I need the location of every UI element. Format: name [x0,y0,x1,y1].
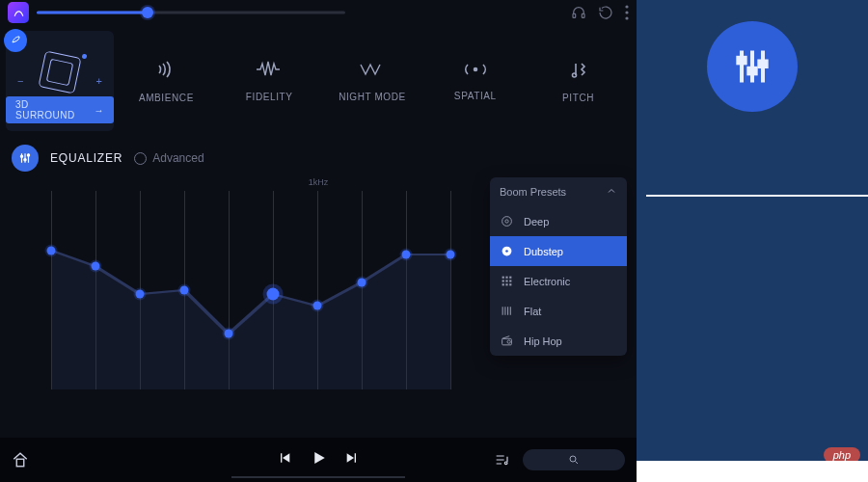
eq-handle[interactable] [313,302,322,310]
progress-track[interactable] [231,476,405,478]
eq-handle[interactable] [136,290,145,299]
search-icon [568,454,580,466]
preset-item-dubstep[interactable]: Dubstep [490,236,627,266]
presets-dropdown[interactable]: Boom Presets DeepDubstepElectronicFlatHi… [490,177,627,356]
app-logo-icon [8,2,29,23]
grid-icon [500,275,514,287]
svg-rect-30 [748,68,755,74]
equalizer-toggle[interactable] [12,145,39,172]
svg-rect-19 [505,280,507,281]
svg-rect-17 [509,277,511,279]
top-bar [0,0,637,25]
transport-controls [277,449,360,470]
eq-band[interactable] [406,191,407,389]
preset-item-electronic[interactable]: Electronic [490,266,627,296]
effect-3d-surround[interactable]: −+ 3D SURROUND→ [6,31,114,131]
eq-handle[interactable] [267,288,280,301]
effect-label: PITCH [562,93,594,103]
freq-label: 1kHz [309,177,329,187]
chevron-up-icon [606,185,617,199]
big-equalizer-icon [707,21,798,112]
eq-band[interactable] [229,191,230,389]
svg-point-27 [504,462,507,465]
svg-rect-20 [509,280,511,281]
refresh-icon[interactable] [598,5,613,20]
night-mode-icon [360,61,385,82]
presets-title: Boom Presets [500,186,566,198]
effect-spatial[interactable]: SPATIAL [424,31,526,131]
eq-band[interactable] [450,191,451,389]
svg-rect-18 [502,280,504,281]
disc-icon [500,215,514,228]
svg-rect-29 [738,58,745,64]
effect-ambience[interactable]: AMBIENCE [116,31,217,131]
eq-band[interactable] [362,191,363,389]
play-icon[interactable] [310,449,327,470]
headphones-icon[interactable] [571,5,586,20]
divider [646,195,868,197]
svg-point-7 [20,155,22,157]
preset-item-hip-hop[interactable]: Hip Hop [490,326,627,356]
eq-band[interactable] [317,191,318,389]
eq-handle[interactable] [225,330,233,338]
preset-label: Flat [524,306,541,317]
playlist-icon[interactable] [494,452,509,468]
svg-point-5 [474,67,476,70]
eq-handle[interactable] [447,250,455,258]
svg-point-14 [505,250,508,253]
spatial-icon [463,62,488,81]
bars-icon [500,305,514,317]
svg-point-3 [625,11,628,13]
3d-surround-button[interactable]: 3D SURROUND→ [6,96,114,123]
search-field[interactable] [523,449,625,470]
minus-icon: − [17,75,23,87]
pitch-icon [569,60,588,83]
eq-handle[interactable] [92,262,100,271]
bottom-bar [0,438,637,482]
preset-label: Hip Hop [524,335,562,347]
svg-rect-16 [505,277,507,279]
cd-icon [500,245,514,257]
volume-slider[interactable] [37,3,345,22]
advanced-toggle[interactable]: Advanced [134,151,203,165]
effect-pitch[interactable]: PITCH [528,31,629,131]
footer-box [637,461,868,482]
svg-rect-31 [759,62,766,67]
svg-point-4 [625,16,628,19]
next-track-icon[interactable] [344,450,360,469]
eq-handle[interactable] [358,278,366,286]
prev-track-icon[interactable] [277,450,292,469]
svg-point-11 [502,217,512,227]
svg-point-2 [625,5,628,8]
svg-rect-1 [582,13,584,17]
home-icon[interactable] [12,451,29,469]
effect-label: AMBIENCE [139,93,194,103]
preset-label: Deep [524,216,549,228]
eq-area[interactable] [29,191,473,389]
effect-night-mode[interactable]: NIGHT MODE [322,31,423,131]
effect-fidelity[interactable]: FIDELITY [219,31,320,131]
equalizer-header: EQUALIZER Advanced [0,131,637,177]
preset-label: Dubstep [524,246,563,257]
right-panel: php [637,0,868,482]
effect-label: FIDELITY [246,92,293,102]
preset-label: Electronic [524,276,570,287]
eq-handle[interactable] [402,250,411,258]
preset-item-flat[interactable]: Flat [490,296,627,326]
svg-point-8 [24,159,26,161]
svg-marker-10 [51,251,450,389]
menu-dots-icon[interactable] [625,5,629,20]
eq-band[interactable] [51,191,52,389]
svg-rect-21 [502,283,504,285]
effect-label: SPATIAL [454,91,497,101]
svg-point-6 [572,73,576,77]
svg-rect-26 [16,459,24,467]
eq-handle[interactable] [180,286,189,295]
preset-item-deep[interactable]: Deep [490,206,627,236]
eq-band[interactable] [95,191,96,389]
eq-handle[interactable] [47,246,56,254]
advanced-label: Advanced [152,151,203,165]
cube-icon [38,50,81,94]
svg-rect-15 [502,277,504,279]
presets-header[interactable]: Boom Presets [490,177,627,206]
